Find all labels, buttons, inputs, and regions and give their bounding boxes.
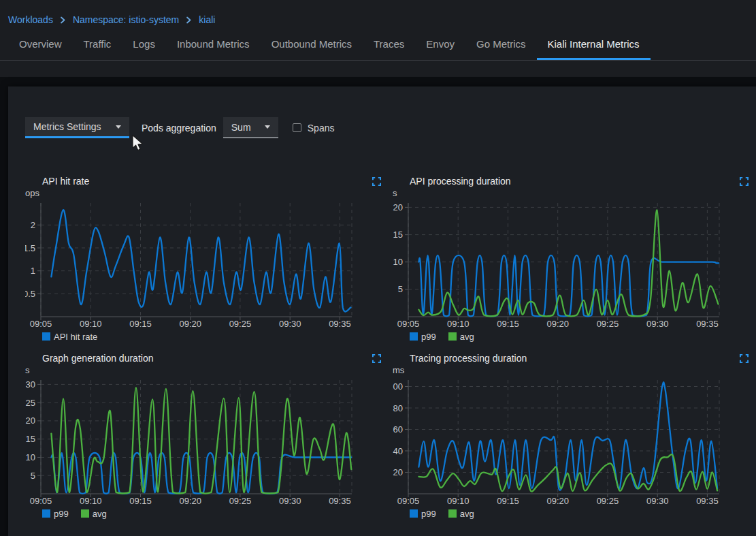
legend-swatch — [81, 509, 89, 518]
svg-text:09:25: 09:25 — [229, 319, 252, 328]
svg-text:09:05: 09:05 — [30, 496, 52, 505]
legend-label: API hit rate — [54, 332, 97, 342]
svg-text:09:30: 09:30 — [646, 319, 669, 328]
svg-text:80: 80 — [393, 403, 403, 413]
chart-title: API processing duration — [410, 176, 511, 187]
legend-item[interactable]: avg — [81, 509, 107, 519]
svg-text:100: 100 — [393, 381, 403, 392]
charts-grid: API hit rate ops 0.511.5209:0509:1009:15… — [25, 174, 749, 520]
chart-canvas[interactable]: 2040608010009:0509:1009:1509:2009:2509:3… — [393, 376, 749, 505]
tab-envoy[interactable]: Envoy — [415, 38, 465, 60]
legend-label: avg — [93, 509, 107, 519]
legend-label: p99 — [421, 509, 436, 519]
legend-label: p99 — [54, 509, 69, 519]
svg-text:09:15: 09:15 — [497, 496, 519, 505]
expand-chart-icon[interactable] — [372, 177, 381, 186]
svg-text:1: 1 — [31, 266, 35, 276]
chevron-down-icon — [265, 125, 270, 129]
chart-title: Tracing processing duration — [410, 353, 527, 364]
legend-item[interactable]: avg — [448, 332, 474, 342]
legend-item[interactable]: p99 — [42, 509, 69, 519]
svg-text:09:25: 09:25 — [597, 319, 619, 328]
chart-canvas[interactable]: 510152009:0509:1009:1509:2009:2509:3009:… — [393, 199, 749, 328]
chart-title: Graph generation duration — [42, 353, 153, 364]
legend-swatch — [42, 509, 50, 518]
chevron-right-icon — [186, 16, 192, 24]
chart-legend: p99avg — [25, 507, 381, 520]
legend-label: avg — [460, 332, 474, 342]
tab-go-metrics[interactable]: Go Metrics — [465, 38, 537, 60]
expand-chart-icon[interactable] — [740, 177, 749, 186]
chart-tracing-processing-duration: Tracing processing duration ms 204060801… — [393, 351, 749, 520]
y-axis-unit-label: ops — [25, 188, 381, 199]
y-axis-unit-label: s — [25, 365, 381, 376]
svg-text:09:25: 09:25 — [597, 496, 619, 505]
tab-traces[interactable]: Traces — [363, 38, 415, 60]
breadcrumb-link-namespace[interactable]: Namespace: istio-system — [73, 14, 179, 25]
tab-traffic[interactable]: Traffic — [73, 38, 122, 60]
svg-text:40: 40 — [393, 446, 403, 456]
legend-item[interactable]: avg — [448, 509, 474, 519]
svg-text:09:35: 09:35 — [696, 319, 719, 328]
breadcrumb-link-workload[interactable]: kiali — [199, 14, 215, 25]
svg-text:1.5: 1.5 — [25, 243, 35, 253]
chevron-right-icon — [60, 16, 66, 24]
svg-text:09:20: 09:20 — [546, 496, 569, 505]
svg-text:09:25: 09:25 — [229, 496, 252, 505]
legend-item[interactable]: p99 — [410, 332, 436, 342]
legend-label: p99 — [421, 332, 436, 342]
spans-checkbox[interactable] — [293, 123, 301, 132]
svg-text:09:15: 09:15 — [129, 319, 152, 328]
svg-text:09:20: 09:20 — [179, 319, 201, 328]
legend-item[interactable]: p99 — [410, 509, 436, 519]
breadcrumb-link-workloads[interactable]: Workloads — [8, 14, 53, 25]
chart-legend: p99avg — [393, 507, 749, 520]
metrics-settings-dropdown[interactable]: Metrics Settings — [25, 117, 129, 138]
svg-text:30: 30 — [26, 379, 35, 390]
svg-text:09:05: 09:05 — [30, 319, 52, 328]
legend-label: avg — [460, 509, 474, 519]
svg-text:09:15: 09:15 — [129, 496, 152, 505]
svg-text:20: 20 — [26, 415, 35, 426]
chart-canvas[interactable]: 5101520253009:0509:1009:1509:2009:2509:3… — [25, 376, 381, 505]
chart-canvas[interactable]: 0.511.5209:0509:1009:1509:2009:2509:3009… — [25, 199, 381, 328]
spans-label: Spans — [308, 123, 335, 133]
chevron-down-icon — [116, 125, 121, 129]
svg-text:15: 15 — [26, 434, 35, 444]
svg-text:5: 5 — [31, 471, 35, 481]
tab-overview[interactable]: Overview — [8, 38, 73, 60]
metrics-toolbar: Metrics Settings Pods aggregation Sum Sp… — [25, 117, 756, 138]
expand-chart-icon[interactable] — [372, 354, 381, 363]
svg-text:5: 5 — [398, 284, 403, 294]
svg-text:20: 20 — [393, 202, 403, 212]
tab-outbound-metrics[interactable]: Outbound Metrics — [261, 38, 363, 60]
tab-bar: Overview Traffic Logs Inbound Metrics Ou… — [0, 30, 756, 61]
legend-swatch — [448, 332, 457, 341]
tab-logs[interactable]: Logs — [122, 38, 166, 60]
y-axis-unit-label: ms — [393, 365, 749, 376]
pods-aggregation-dropdown[interactable]: Sum — [223, 117, 278, 138]
chart-legend: API hit rate — [25, 330, 381, 343]
svg-text:09:35: 09:35 — [329, 496, 351, 505]
svg-text:09:30: 09:30 — [646, 496, 669, 505]
breadcrumb: Workloads Namespace: istio-system kiali — [0, 0, 756, 30]
svg-text:09:10: 09:10 — [80, 496, 102, 505]
svg-text:0.5: 0.5 — [25, 289, 35, 299]
metrics-settings-label: Metrics Settings — [33, 121, 101, 132]
chart-api-hit-rate: API hit rate ops 0.511.5209:0509:1009:15… — [25, 174, 381, 343]
spans-option[interactable]: Spans — [293, 123, 335, 133]
svg-text:10: 10 — [26, 452, 35, 462]
chart-title: API hit rate — [42, 176, 89, 187]
chart-legend: p99avg — [393, 330, 749, 343]
tab-inbound-metrics[interactable]: Inbound Metrics — [166, 38, 261, 60]
svg-text:10: 10 — [393, 257, 403, 267]
svg-text:09:30: 09:30 — [279, 496, 301, 505]
expand-chart-icon[interactable] — [740, 354, 749, 363]
svg-text:25: 25 — [26, 398, 35, 408]
legend-swatch — [410, 509, 418, 518]
metrics-content-panel: Metrics Settings Pods aggregation Sum Sp… — [8, 86, 756, 536]
legend-item[interactable]: API hit rate — [42, 332, 97, 342]
pods-aggregation-value: Sum — [231, 122, 251, 133]
tab-kiali-internal-metrics[interactable]: Kiali Internal Metrics — [537, 38, 651, 60]
svg-text:09:35: 09:35 — [696, 496, 719, 505]
